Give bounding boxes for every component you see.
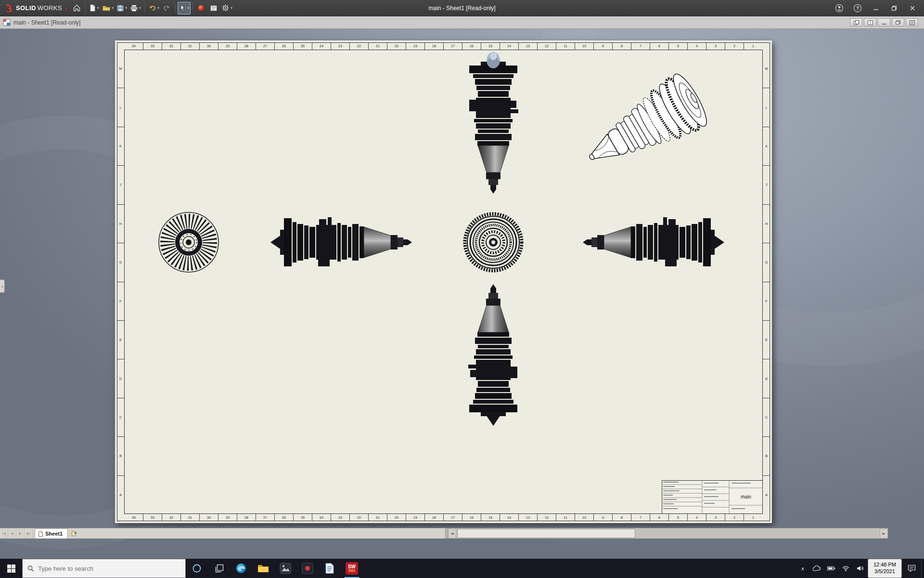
view-side-right[interactable]	[583, 217, 724, 266]
caret-down-icon[interactable]: ▾	[112, 6, 114, 10]
properties-button[interactable]	[207, 2, 220, 14]
scrollbar-track[interactable]	[456, 528, 880, 539]
view-top[interactable]	[469, 52, 518, 194]
redo-button[interactable]	[161, 2, 173, 14]
open-folder-icon	[102, 4, 111, 12]
view-side-left[interactable]	[270, 217, 412, 266]
doc-restore-icon	[896, 20, 901, 25]
open-button[interactable]: ▾	[101, 2, 115, 14]
view-isometric[interactable]	[575, 70, 712, 184]
caret-down-icon[interactable]: ▾	[187, 6, 189, 10]
panel-flyout-handle[interactable]: ◂	[0, 279, 5, 293]
doc-close-icon	[910, 20, 915, 25]
help-button[interactable]: ?	[849, 1, 866, 15]
add-sheet-icon	[71, 530, 77, 537]
account-button[interactable]	[831, 1, 848, 15]
horizontal-scrollbar[interactable]: ◀ ▶	[448, 528, 888, 539]
app-button-recorder[interactable]	[296, 559, 319, 578]
caret-down-icon[interactable]: ▾	[157, 6, 159, 10]
cortana-button[interactable]	[186, 559, 208, 578]
tray-battery-button[interactable]	[824, 559, 839, 578]
recorder-app-icon	[302, 563, 313, 574]
caret-down-icon[interactable]: ▾	[125, 6, 127, 10]
tab-sheet1[interactable]: Sheet1	[35, 528, 68, 539]
doc-tile-button[interactable]	[864, 18, 876, 26]
taskbar-clock[interactable]: 12:48 PM 3/5/2021	[868, 559, 902, 578]
doc-close-button[interactable]	[906, 18, 918, 26]
toolbar-separator	[85, 3, 86, 13]
drawing-views-canvas[interactable]	[115, 40, 772, 523]
view-front[interactable]	[159, 212, 218, 272]
red-sphere-icon	[197, 4, 205, 12]
app-button-document[interactable]	[319, 559, 341, 578]
caret-down-icon[interactable]: ▾	[231, 6, 232, 10]
sheet-nav-next-button[interactable]: ▶	[16, 528, 25, 539]
edge-button[interactable]	[230, 559, 252, 578]
properties-icon	[210, 4, 218, 12]
windows-logo-icon	[7, 565, 15, 573]
brand-flyout-arrow[interactable]: ›	[65, 5, 67, 12]
photos-app-icon	[280, 563, 291, 574]
minimize-button[interactable]	[867, 1, 885, 15]
start-button[interactable]	[0, 559, 22, 578]
doc-minimize-button[interactable]	[878, 18, 890, 26]
tray-volume-button[interactable]	[853, 559, 868, 578]
xpress-products-button[interactable]	[195, 2, 207, 14]
system-tray: ∧	[796, 559, 924, 578]
sheet-tab-bar: |◀ ◀ ▶ ▶| Sheet1 ◀	[0, 528, 888, 539]
show-desktop-button[interactable]	[921, 559, 924, 578]
doc-cascade-button[interactable]	[850, 18, 862, 26]
application-window: SOLIDWORKS › ▾ ▾	[0, 0, 924, 578]
tray-network-button[interactable]	[839, 559, 853, 578]
caret-down-icon[interactable]: ▾	[139, 6, 141, 10]
task-view-icon	[215, 564, 224, 573]
sheet-nav-prev-button[interactable]: ◀	[8, 528, 16, 539]
search-icon	[27, 565, 34, 572]
app-button-photos[interactable]	[274, 559, 296, 578]
document-app-icon	[324, 563, 335, 574]
doc-restore-button[interactable]	[892, 18, 904, 26]
maximize-button[interactable]	[886, 1, 903, 15]
options-button[interactable]: ▾	[220, 2, 234, 14]
help-icon: ?	[853, 4, 862, 13]
caret-down-icon[interactable]: ▾	[97, 6, 99, 10]
graphics-area[interactable]: 3433323130292827262524232221201918171615…	[0, 29, 924, 559]
home-button[interactable]	[71, 2, 83, 14]
select-tool-button[interactable]: ▾	[178, 2, 191, 14]
toolbar-separator	[144, 3, 145, 13]
gear-icon	[221, 4, 230, 12]
save-icon	[116, 4, 124, 12]
taskbar-search[interactable]	[22, 559, 186, 578]
file-explorer-button[interactable]	[252, 559, 274, 578]
save-button[interactable]: ▾	[115, 2, 128, 14]
print-button[interactable]: ▾	[128, 2, 142, 14]
brand-logo: SOLIDWORKS	[5, 4, 62, 12]
notification-icon	[908, 565, 916, 572]
ds-logo-icon	[5, 4, 14, 12]
scroll-right-button[interactable]: ▶	[880, 528, 888, 539]
title-block: main	[662, 480, 763, 514]
new-document-button[interactable]: ▾	[88, 2, 101, 14]
close-icon	[910, 5, 915, 11]
tray-cloud-button[interactable]	[810, 559, 824, 578]
task-view-button[interactable]	[208, 559, 230, 578]
cortana-icon	[192, 564, 202, 573]
restore-icon	[891, 5, 897, 11]
new-document-icon	[89, 4, 96, 12]
undo-button[interactable]: ▾	[147, 2, 161, 14]
solidworks-taskbar-button[interactable]: SW 2021	[341, 559, 363, 578]
sheet-nav-last-button[interactable]: ▶|	[25, 528, 33, 539]
search-input[interactable]	[38, 565, 180, 572]
add-sheet-button[interactable]	[68, 528, 80, 539]
action-center-button[interactable]	[902, 559, 921, 578]
scroll-left-button[interactable]: ◀	[448, 528, 456, 539]
view-bottom[interactable]	[468, 284, 517, 426]
show-hidden-icons-button[interactable]: ∧	[796, 559, 810, 578]
close-button[interactable]	[904, 1, 921, 15]
view-rear[interactable]	[465, 214, 522, 271]
sheet-nav-first-button[interactable]: |◀	[0, 528, 8, 539]
scrollbar-thumb[interactable]	[457, 529, 635, 538]
brand-text-solid: SOLID	[16, 4, 36, 12]
drawing-sheet[interactable]: 3433323130292827262524232221201918171615…	[115, 40, 772, 523]
battery-icon	[827, 566, 835, 571]
